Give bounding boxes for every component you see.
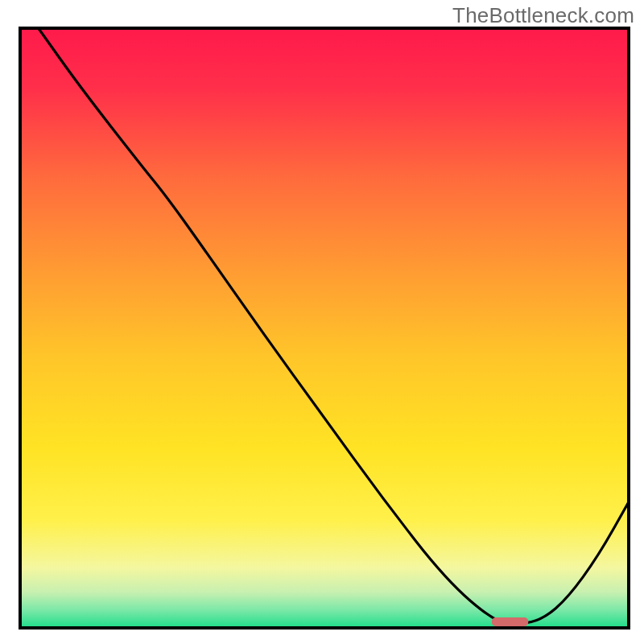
optimal-marker [492, 617, 528, 626]
plot-background [20, 28, 629, 628]
bottleneck-chart [0, 0, 644, 644]
chart-container: TheBottleneck.com [0, 0, 644, 644]
watermark-text: TheBottleneck.com [452, 3, 634, 28]
